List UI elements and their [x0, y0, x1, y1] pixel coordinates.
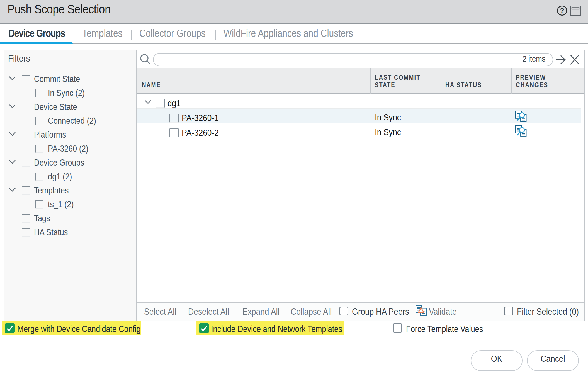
svg-text:?: ?: [560, 6, 564, 15]
